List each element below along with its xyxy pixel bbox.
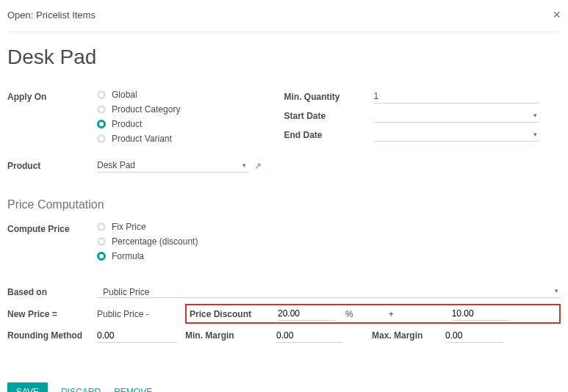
modal-footer: Save Discard Remove (7, 375, 561, 392)
based-on-value: Public Price (103, 287, 149, 297)
radio-icon (97, 90, 106, 99)
price-extra-input[interactable] (452, 307, 509, 321)
apply-on-radio-group: Global Product Category Product Product … (97, 90, 284, 144)
radio-label: Global (112, 90, 137, 100)
radio-label: Product (112, 119, 142, 129)
discard-button[interactable]: Discard (61, 387, 101, 392)
product-label: Product (7, 159, 97, 171)
radio-category[interactable]: Product Category (97, 104, 284, 115)
price-discount-input[interactable] (278, 307, 335, 321)
modal-header: Open: Pricelist Items × (7, 7, 561, 32)
radio-icon (97, 120, 106, 128)
compute-price-radio-group: Fix Price Percentage (discount) Formula (97, 222, 561, 261)
min-qty-input[interactable] (374, 90, 539, 104)
radio-label: Percentage (discount) (112, 236, 198, 247)
start-date-select[interactable]: ▾ (374, 109, 539, 123)
price-discount-label: Price Discount (190, 309, 278, 319)
modal-title: Open: Pricelist Items (7, 10, 96, 21)
based-on-select[interactable]: Public Price ▾ (97, 287, 561, 298)
rounding-label: Rounding Method (7, 330, 97, 341)
plus-separator: + (389, 309, 452, 319)
radio-icon (97, 237, 106, 246)
radio-label: Fix Price (112, 222, 146, 232)
product-select[interactable]: ▾ (97, 159, 248, 173)
end-date-input[interactable] (374, 128, 531, 141)
rounding-input[interactable] (97, 329, 178, 343)
external-link-icon[interactable]: ↗ (254, 161, 262, 171)
new-price-base: Public Price - (97, 309, 185, 319)
min-margin-input[interactable] (276, 329, 342, 343)
dropdown-icon: ▾ (553, 287, 561, 297)
compute-price-label: Compute Price (7, 222, 97, 234)
dropdown-icon[interactable]: ▾ (531, 131, 539, 138)
radio-formula[interactable]: Formula (97, 251, 561, 261)
dropdown-icon[interactable]: ▾ (531, 112, 539, 119)
page-title: Desk Pad (7, 46, 561, 69)
min-qty-label: Min. Quantity (284, 90, 374, 102)
radio-product[interactable]: Product (97, 119, 284, 129)
radio-global[interactable]: Global (97, 90, 284, 100)
end-date-label: End Date (284, 128, 374, 140)
new-price-label: New Price = (7, 309, 97, 319)
section-price-computation: Price Computation (7, 198, 561, 211)
radio-label: Product Variant (112, 134, 172, 144)
radio-percentage[interactable]: Percentage (discount) (97, 236, 561, 247)
dropdown-icon[interactable]: ▾ (240, 161, 248, 169)
end-date-select[interactable]: ▾ (374, 128, 539, 142)
discount-highlight: Price Discount % + (185, 304, 561, 324)
min-margin-label: Min. Margin (185, 330, 276, 341)
radio-icon (97, 105, 106, 114)
close-icon: × (553, 7, 561, 22)
radio-icon (97, 134, 106, 143)
apply-on-label: Apply On (7, 90, 97, 102)
max-margin-input[interactable] (445, 329, 503, 343)
save-button[interactable]: Save (7, 382, 48, 392)
remove-button[interactable]: Remove (114, 387, 152, 392)
start-date-input[interactable] (374, 109, 531, 122)
percent-symbol: % (345, 309, 353, 319)
radio-icon (97, 252, 106, 261)
radio-variant[interactable]: Product Variant (97, 134, 284, 144)
radio-icon (97, 222, 106, 231)
close-button[interactable]: × (553, 7, 561, 23)
radio-label: Product Category (112, 104, 180, 115)
start-date-label: Start Date (284, 109, 374, 121)
radio-fix-price[interactable]: Fix Price (97, 222, 561, 232)
based-on-label: Based on (7, 287, 97, 297)
max-margin-label: Max. Margin (372, 330, 445, 341)
product-input[interactable] (97, 159, 240, 172)
radio-label: Formula (112, 251, 144, 261)
